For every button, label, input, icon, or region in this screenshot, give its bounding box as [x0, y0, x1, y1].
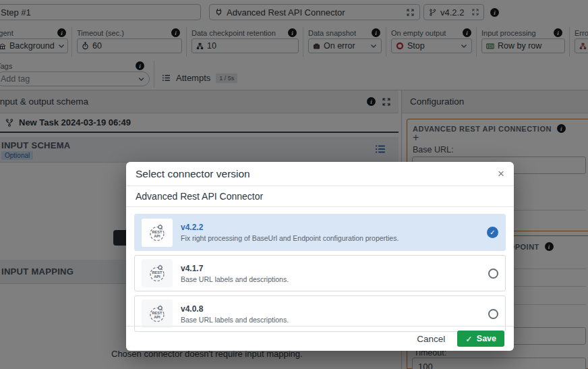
rest-api-connector-icon: REST API	[142, 259, 173, 287]
save-button-label: Save	[477, 334, 496, 343]
dialog-connector-name: Advanced Rest API Connector	[136, 191, 263, 202]
dialog-title: Select connector version	[136, 168, 250, 180]
radio-unselected-icon[interactable]	[488, 309, 498, 319]
version-option[interactable]: REST API v4.1.7 Base URL labels and desc…	[134, 255, 506, 291]
option-version: v4.2.2	[181, 223, 399, 232]
version-option[interactable]: REST API v4.2.2 Fix right processing of …	[134, 214, 506, 251]
select-version-dialog: Select connector version × Advanced Rest…	[126, 162, 514, 351]
selected-check-icon[interactable]: ✓	[487, 227, 498, 238]
option-description: Base URL labels and descriptions.	[181, 275, 289, 283]
save-button[interactable]: ✓ Save	[457, 331, 504, 347]
app-window: Step #1 Advanced Rest API Connector v4.2…	[0, 0, 588, 369]
option-version: v4.1.7	[181, 264, 289, 273]
option-version: v4.0.8	[181, 304, 289, 314]
radio-unselected-icon[interactable]	[488, 268, 498, 279]
rest-api-connector-icon: REST API	[142, 300, 173, 328]
cancel-button[interactable]: Cancel	[417, 334, 445, 344]
svg-text:API: API	[154, 275, 160, 279]
close-icon[interactable]: ×	[498, 168, 504, 179]
check-icon: ✓	[465, 334, 472, 344]
rest-api-connector-icon: REST API	[142, 219, 173, 247]
svg-text:API: API	[154, 315, 160, 319]
svg-text:API: API	[154, 233, 160, 237]
option-description: Fix right processing of BaseUrl and Endp…	[181, 234, 399, 242]
option-description: Base URL labels and descriptions.	[181, 316, 289, 324]
